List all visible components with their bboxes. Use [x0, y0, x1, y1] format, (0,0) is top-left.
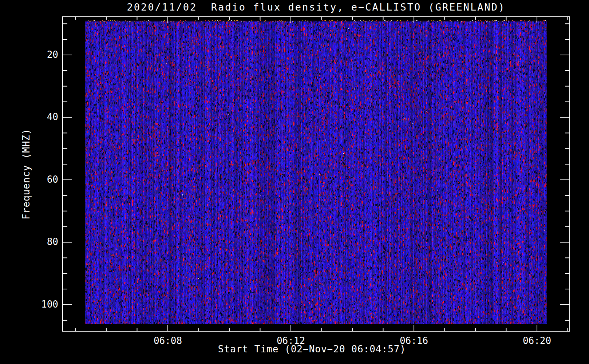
- axes-and-ticks: [62, 16, 570, 332]
- y-tick-label: 40: [47, 112, 58, 123]
- y-tick-label: 100: [41, 299, 58, 310]
- y-tick-label: 20: [47, 49, 58, 60]
- y-tick-label: 60: [47, 174, 58, 185]
- spectrogram-figure: 2020/11/02 Radio flux density, e−CALLIST…: [0, 0, 589, 364]
- x-axis-label: Start Time (02−Nov−20 06:04:57): [0, 344, 589, 355]
- y-tick-labels: 20406080100: [0, 0, 58, 364]
- chart-title: 2020/11/02 Radio flux density, e−CALLIST…: [62, 1, 570, 13]
- plot-area: [62, 16, 570, 332]
- y-tick-label: 80: [47, 237, 58, 248]
